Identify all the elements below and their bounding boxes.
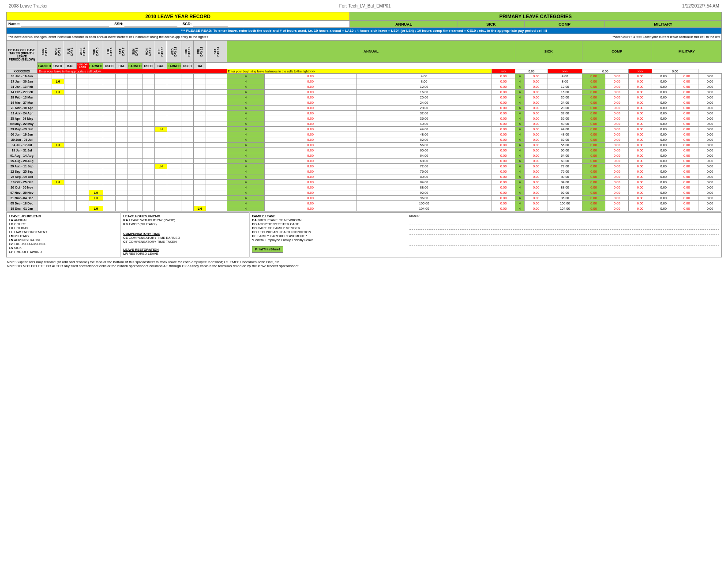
day-cell-5[interactable]: LH [89,196,103,201]
day-cell-14[interactable] [206,121,227,127]
day-cell-2[interactable] [52,111,64,116]
day-cell-6[interactable] [103,153,116,159]
day-cell-8[interactable] [128,153,143,159]
day-cell-4[interactable] [76,137,89,143]
day-cell-14[interactable] [206,153,227,159]
day-cell-8[interactable] [128,116,143,121]
day-cell-10[interactable] [154,106,167,111]
day-cell-14[interactable] [206,159,227,164]
day-cell-12[interactable] [181,132,194,137]
day-cell-4[interactable] [76,106,89,111]
day-cell-11[interactable] [167,185,181,190]
day-cell-5[interactable] [89,100,103,106]
day-cell-7[interactable] [116,127,128,132]
day-cell-11[interactable] [167,106,181,111]
day-cell-6[interactable] [103,196,116,201]
day-cell-1[interactable] [38,79,52,84]
day-cell-13[interactable] [194,74,206,79]
day-cell-12[interactable] [181,169,194,174]
day-cell-11[interactable] [167,121,181,127]
day-cell-2[interactable] [52,84,64,90]
day-cell-4[interactable] [76,159,89,164]
day-cell-2[interactable] [52,95,64,100]
day-cell-8[interactable] [128,196,143,201]
day-cell-11[interactable] [167,111,181,116]
day-cell-1[interactable] [38,116,52,121]
day-cell-12[interactable] [181,206,194,212]
day-cell-3[interactable] [64,153,76,159]
day-cell-11[interactable] [167,180,181,185]
day-cell-5[interactable] [89,174,103,180]
day-cell-4[interactable] [76,174,89,180]
day-cell-11[interactable] [167,100,181,106]
day-cell-12[interactable] [181,137,194,143]
day-cell-9[interactable] [142,137,154,143]
day-cell-7[interactable] [116,84,128,90]
day-cell-7[interactable] [116,164,128,169]
day-cell-9[interactable] [142,79,154,84]
day-cell-10[interactable] [154,121,167,127]
day-cell-8[interactable] [128,185,143,190]
day-cell-6[interactable] [103,185,116,190]
day-cell-4[interactable] [76,180,89,185]
day-cell-8[interactable] [128,164,143,169]
day-cell-4[interactable] [76,84,89,90]
day-cell-12[interactable] [181,84,194,90]
day-cell-12[interactable] [181,148,194,153]
day-cell-1[interactable] [38,100,52,106]
day-cell-6[interactable] [103,84,116,90]
day-cell-3[interactable] [64,206,76,212]
day-cell-11[interactable] [167,174,181,180]
day-cell-14[interactable] [206,143,227,148]
day-cell-13[interactable] [194,116,206,121]
day-cell-11[interactable] [167,74,181,79]
day-cell-13[interactable]: LH [194,206,206,212]
day-cell-12[interactable] [181,153,194,159]
day-cell-6[interactable] [103,206,116,212]
day-cell-2[interactable] [52,121,64,127]
day-cell-9[interactable] [142,196,154,201]
day-cell-2[interactable] [52,174,64,180]
day-cell-3[interactable] [64,164,76,169]
day-cell-10[interactable] [154,196,167,201]
day-cell-4[interactable] [76,90,89,95]
day-cell-7[interactable] [116,143,128,148]
day-cell-11[interactable] [167,196,181,201]
day-cell-10[interactable] [154,153,167,159]
day-cell-5[interactable] [89,169,103,174]
day-cell-4[interactable] [76,196,89,201]
day-cell-7[interactable] [116,95,128,100]
day-cell-11[interactable] [167,143,181,148]
day-cell-7[interactable] [116,153,128,159]
day-cell-5[interactable] [89,132,103,137]
day-cell-1[interactable] [38,127,52,132]
day-cell-9[interactable] [142,164,154,169]
day-cell-6[interactable] [103,116,116,121]
day-cell-10[interactable] [154,74,167,79]
day-cell-5[interactable] [89,106,103,111]
name-input[interactable] [21,22,109,26]
day-cell-13[interactable] [194,174,206,180]
day-cell-13[interactable] [194,95,206,100]
day-cell-9[interactable] [142,206,154,212]
day-cell-1[interactable] [38,121,52,127]
day-cell-12[interactable] [181,180,194,185]
day-cell-3[interactable] [64,116,76,121]
day-cell-4[interactable] [76,132,89,137]
day-cell-13[interactable] [194,169,206,174]
day-cell-12[interactable] [181,106,194,111]
day-cell-13[interactable] [194,148,206,153]
day-cell-12[interactable] [181,159,194,164]
day-cell-6[interactable] [103,106,116,111]
day-cell-8[interactable] [128,95,143,100]
day-cell-9[interactable] [142,106,154,111]
day-cell-1[interactable] [38,164,52,169]
day-cell-5[interactable] [89,159,103,164]
day-cell-14[interactable] [206,74,227,79]
day-cell-13[interactable] [194,100,206,106]
day-cell-6[interactable] [103,74,116,79]
day-cell-7[interactable] [116,196,128,201]
day-cell-14[interactable] [206,169,227,174]
day-cell-13[interactable] [194,180,206,185]
day-cell-9[interactable] [142,74,154,79]
